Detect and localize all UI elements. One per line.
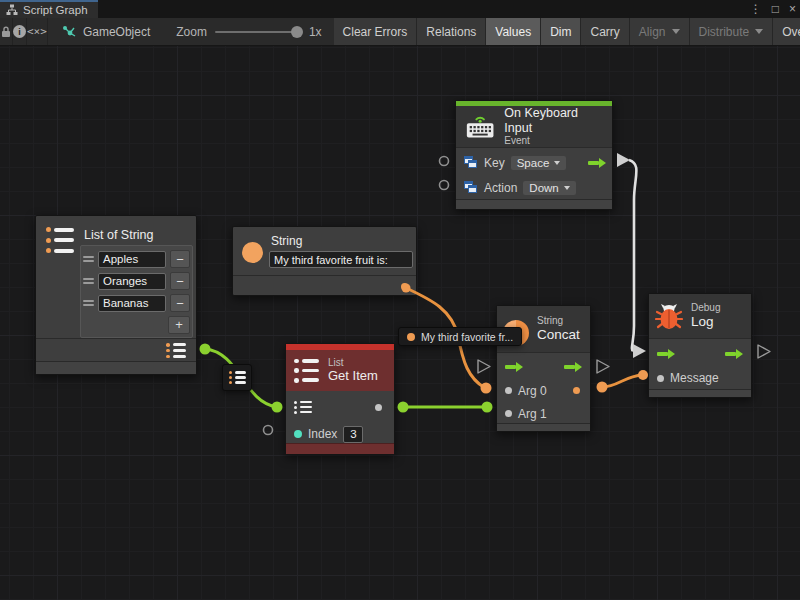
node-list-of-string[interactable]: List of String Apples − Oranges − Banana… xyxy=(35,215,197,375)
index-input-port[interactable] xyxy=(294,430,302,438)
string-value-preview: My third favorite fr... xyxy=(398,327,522,346)
overview-button[interactable]: Overv xyxy=(773,18,800,45)
clear-errors-button[interactable]: Clear Errors xyxy=(334,18,418,45)
string-output-port[interactable] xyxy=(401,283,408,290)
action-port-label: Action xyxy=(484,181,517,195)
node-footer xyxy=(649,389,751,397)
string-value-input[interactable]: My third favorite fruit is: xyxy=(269,251,413,268)
action-enum-icon xyxy=(464,181,478,194)
arg0-label: Arg 0 xyxy=(518,384,547,398)
list-output-port[interactable] xyxy=(166,343,186,358)
chevron-down-icon xyxy=(554,161,560,165)
drag-handle-icon[interactable] xyxy=(83,256,94,262)
chevron-down-icon xyxy=(672,29,680,34)
node-footer xyxy=(286,443,394,454)
zoom-label: Zoom xyxy=(176,25,207,39)
enter-input-port[interactable] xyxy=(505,362,523,372)
message-input-port[interactable] xyxy=(657,375,664,382)
window-menu-icon[interactable]: ⋮ xyxy=(750,0,762,18)
node-title: Log xyxy=(691,314,720,330)
code-view-button[interactable]: <×> xyxy=(27,18,48,45)
string-preview-text: My third favorite fr... xyxy=(421,331,513,343)
arg1-label: Arg 1 xyxy=(518,407,547,421)
window-close-icon[interactable]: × xyxy=(789,0,796,18)
exit-output-port[interactable] xyxy=(564,362,582,372)
remove-item-button[interactable]: − xyxy=(170,272,190,290)
node-debug-log[interactable]: Debug Log Message xyxy=(648,293,752,398)
list-value-preview xyxy=(222,364,252,391)
string-type-icon xyxy=(242,242,263,263)
list-editor: Apples − Oranges − Bananas − + xyxy=(80,245,193,338)
node-title: String xyxy=(271,234,302,248)
relations-button[interactable]: Relations xyxy=(417,18,486,45)
node-string-literal[interactable]: String My third favorite fruit is: xyxy=(232,226,417,296)
distribute-dropdown-button[interactable]: Distribute xyxy=(690,18,774,45)
index-label: Index xyxy=(308,427,337,441)
zoom-slider[interactable] xyxy=(215,31,301,33)
message-label: Message xyxy=(670,371,719,385)
list-icon xyxy=(294,359,320,383)
node-title: Concat xyxy=(537,327,580,343)
action-dropdown[interactable]: Down xyxy=(523,181,575,195)
graph-hierarchy-icon xyxy=(6,4,18,16)
lock-button[interactable] xyxy=(0,18,13,45)
result-output-port[interactable] xyxy=(573,387,580,394)
string-dot-icon xyxy=(407,333,415,341)
node-get-item[interactable]: List Get Item Index 3 xyxy=(285,343,395,455)
lock-icon xyxy=(0,25,12,38)
values-toggle-button[interactable]: Values xyxy=(486,18,541,45)
exit-output-port[interactable] xyxy=(725,349,743,359)
drag-handle-icon[interactable] xyxy=(83,278,94,284)
node-concat[interactable]: String Concat Arg 0 Arg 1 xyxy=(496,305,591,432)
enter-input-port[interactable] xyxy=(657,349,675,359)
node-footer xyxy=(497,423,590,431)
node-title: On Keyboard Input xyxy=(504,106,604,135)
action-dropdown-value: Down xyxy=(529,182,558,194)
gameobject-reference[interactable]: GameObject xyxy=(48,18,160,45)
window-maximize-icon[interactable]: □ xyxy=(772,0,779,18)
align-dropdown-button[interactable]: Align xyxy=(630,18,690,45)
list-item-value: Apples xyxy=(103,253,138,265)
zoom-slider-knob[interactable] xyxy=(291,26,303,38)
list-item-row: Oranges − xyxy=(83,270,190,292)
list-item-input[interactable]: Oranges xyxy=(98,273,166,290)
list-item-input[interactable]: Apples xyxy=(98,251,166,268)
arg1-input-port[interactable] xyxy=(505,410,512,417)
index-value: 3 xyxy=(350,428,356,440)
distribute-label: Distribute xyxy=(699,25,750,39)
drag-handle-icon[interactable] xyxy=(83,300,94,306)
node-footer xyxy=(36,361,196,374)
string-value: My third favorite fruit is: xyxy=(274,254,388,266)
node-footer xyxy=(456,199,612,209)
list-item-input[interactable]: Bananas xyxy=(98,295,166,312)
list-item-row: Bananas − xyxy=(83,292,190,314)
index-input[interactable]: 3 xyxy=(343,426,363,443)
dim-toggle-button[interactable]: Dim xyxy=(541,18,581,45)
add-item-button[interactable]: + xyxy=(168,316,190,334)
bug-icon xyxy=(655,301,683,331)
item-output-port[interactable] xyxy=(375,404,382,411)
info-button[interactable]: i xyxy=(13,18,27,45)
list-icon xyxy=(46,227,76,253)
list-item-value: Bananas xyxy=(103,297,148,309)
info-icon: i xyxy=(13,25,26,38)
remove-item-button[interactable]: − xyxy=(170,250,190,268)
node-category: Debug xyxy=(691,302,720,314)
node-on-keyboard-input[interactable]: On Keyboard Input Event Key Space Action… xyxy=(455,100,613,210)
carry-button[interactable]: Carry xyxy=(581,18,629,45)
graph-toolbar: i <×> GameObject Zoom 1x Clear Errors Re… xyxy=(0,18,800,46)
keyboard-event-icon xyxy=(464,113,496,140)
node-title: List of String xyxy=(84,228,153,242)
list-item-row: Apples − xyxy=(83,248,190,270)
key-dropdown[interactable]: Space xyxy=(511,156,567,170)
title-bar: Script Graph ⋮ □ × xyxy=(0,0,800,18)
tab-script-graph[interactable]: Script Graph xyxy=(0,0,98,18)
list-icon xyxy=(229,371,246,384)
arg0-input-port[interactable] xyxy=(505,387,512,394)
key-port-label: Key xyxy=(484,156,505,170)
trigger-output-port[interactable] xyxy=(588,158,606,168)
list-input-port[interactable] xyxy=(294,401,312,414)
remove-item-button[interactable]: − xyxy=(170,294,190,312)
node-title: Get Item xyxy=(328,369,378,384)
key-dropdown-value: Space xyxy=(517,157,550,169)
